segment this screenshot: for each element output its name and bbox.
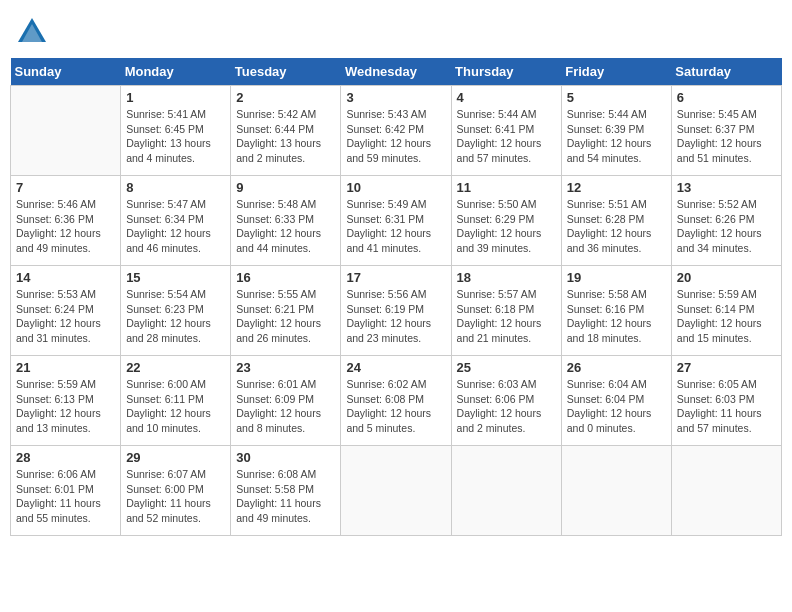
weekday-header-tuesday: Tuesday	[231, 58, 341, 86]
day-number: 3	[346, 90, 445, 105]
weekday-header-thursday: Thursday	[451, 58, 561, 86]
day-number: 27	[677, 360, 776, 375]
day-number: 20	[677, 270, 776, 285]
day-number: 12	[567, 180, 666, 195]
day-info: Sunrise: 5:57 AMSunset: 6:18 PMDaylight:…	[457, 287, 556, 346]
calendar-cell: 2Sunrise: 5:42 AMSunset: 6:44 PMDaylight…	[231, 86, 341, 176]
day-number: 2	[236, 90, 335, 105]
calendar-cell: 13Sunrise: 5:52 AMSunset: 6:26 PMDayligh…	[671, 176, 781, 266]
calendar-cell: 29Sunrise: 6:07 AMSunset: 6:00 PMDayligh…	[121, 446, 231, 536]
calendar-cell: 4Sunrise: 5:44 AMSunset: 6:41 PMDaylight…	[451, 86, 561, 176]
day-number: 24	[346, 360, 445, 375]
day-info: Sunrise: 5:50 AMSunset: 6:29 PMDaylight:…	[457, 197, 556, 256]
day-number: 10	[346, 180, 445, 195]
calendar-cell: 1Sunrise: 5:41 AMSunset: 6:45 PMDaylight…	[121, 86, 231, 176]
page-header	[10, 10, 782, 50]
week-row-3: 14Sunrise: 5:53 AMSunset: 6:24 PMDayligh…	[11, 266, 782, 356]
logo-icon	[14, 14, 50, 50]
calendar-cell: 24Sunrise: 6:02 AMSunset: 6:08 PMDayligh…	[341, 356, 451, 446]
calendar-cell: 18Sunrise: 5:57 AMSunset: 6:18 PMDayligh…	[451, 266, 561, 356]
day-info: Sunrise: 5:59 AMSunset: 6:14 PMDaylight:…	[677, 287, 776, 346]
day-number: 13	[677, 180, 776, 195]
calendar-cell: 9Sunrise: 5:48 AMSunset: 6:33 PMDaylight…	[231, 176, 341, 266]
day-info: Sunrise: 5:54 AMSunset: 6:23 PMDaylight:…	[126, 287, 225, 346]
day-number: 28	[16, 450, 115, 465]
day-info: Sunrise: 6:08 AMSunset: 5:58 PMDaylight:…	[236, 467, 335, 526]
day-info: Sunrise: 5:44 AMSunset: 6:41 PMDaylight:…	[457, 107, 556, 166]
day-info: Sunrise: 5:41 AMSunset: 6:45 PMDaylight:…	[126, 107, 225, 166]
day-number: 17	[346, 270, 445, 285]
calendar-cell: 21Sunrise: 5:59 AMSunset: 6:13 PMDayligh…	[11, 356, 121, 446]
day-number: 6	[677, 90, 776, 105]
day-number: 1	[126, 90, 225, 105]
calendar-cell: 30Sunrise: 6:08 AMSunset: 5:58 PMDayligh…	[231, 446, 341, 536]
calendar-cell: 12Sunrise: 5:51 AMSunset: 6:28 PMDayligh…	[561, 176, 671, 266]
calendar-cell	[341, 446, 451, 536]
calendar-cell	[671, 446, 781, 536]
week-row-1: 1Sunrise: 5:41 AMSunset: 6:45 PMDaylight…	[11, 86, 782, 176]
calendar-cell	[451, 446, 561, 536]
calendar-cell: 8Sunrise: 5:47 AMSunset: 6:34 PMDaylight…	[121, 176, 231, 266]
day-info: Sunrise: 5:52 AMSunset: 6:26 PMDaylight:…	[677, 197, 776, 256]
weekday-header-monday: Monday	[121, 58, 231, 86]
calendar-cell: 15Sunrise: 5:54 AMSunset: 6:23 PMDayligh…	[121, 266, 231, 356]
day-number: 15	[126, 270, 225, 285]
calendar-cell: 5Sunrise: 5:44 AMSunset: 6:39 PMDaylight…	[561, 86, 671, 176]
day-number: 14	[16, 270, 115, 285]
day-number: 18	[457, 270, 556, 285]
day-info: Sunrise: 6:05 AMSunset: 6:03 PMDaylight:…	[677, 377, 776, 436]
calendar-cell: 27Sunrise: 6:05 AMSunset: 6:03 PMDayligh…	[671, 356, 781, 446]
day-number: 26	[567, 360, 666, 375]
calendar-cell: 10Sunrise: 5:49 AMSunset: 6:31 PMDayligh…	[341, 176, 451, 266]
day-info: Sunrise: 5:59 AMSunset: 6:13 PMDaylight:…	[16, 377, 115, 436]
day-number: 5	[567, 90, 666, 105]
day-number: 11	[457, 180, 556, 195]
calendar-cell: 6Sunrise: 5:45 AMSunset: 6:37 PMDaylight…	[671, 86, 781, 176]
weekday-header-sunday: Sunday	[11, 58, 121, 86]
calendar-cell: 23Sunrise: 6:01 AMSunset: 6:09 PMDayligh…	[231, 356, 341, 446]
calendar-cell: 7Sunrise: 5:46 AMSunset: 6:36 PMDaylight…	[11, 176, 121, 266]
week-row-2: 7Sunrise: 5:46 AMSunset: 6:36 PMDaylight…	[11, 176, 782, 266]
day-info: Sunrise: 5:42 AMSunset: 6:44 PMDaylight:…	[236, 107, 335, 166]
weekday-header-friday: Friday	[561, 58, 671, 86]
day-info: Sunrise: 5:53 AMSunset: 6:24 PMDaylight:…	[16, 287, 115, 346]
day-info: Sunrise: 5:48 AMSunset: 6:33 PMDaylight:…	[236, 197, 335, 256]
calendar-cell	[11, 86, 121, 176]
day-info: Sunrise: 6:02 AMSunset: 6:08 PMDaylight:…	[346, 377, 445, 436]
day-info: Sunrise: 6:00 AMSunset: 6:11 PMDaylight:…	[126, 377, 225, 436]
calendar-cell	[561, 446, 671, 536]
day-number: 21	[16, 360, 115, 375]
day-number: 4	[457, 90, 556, 105]
day-info: Sunrise: 5:55 AMSunset: 6:21 PMDaylight:…	[236, 287, 335, 346]
weekday-header-wednesday: Wednesday	[341, 58, 451, 86]
day-info: Sunrise: 6:03 AMSunset: 6:06 PMDaylight:…	[457, 377, 556, 436]
weekday-header-saturday: Saturday	[671, 58, 781, 86]
calendar-cell: 17Sunrise: 5:56 AMSunset: 6:19 PMDayligh…	[341, 266, 451, 356]
calendar-cell: 28Sunrise: 6:06 AMSunset: 6:01 PMDayligh…	[11, 446, 121, 536]
day-info: Sunrise: 5:51 AMSunset: 6:28 PMDaylight:…	[567, 197, 666, 256]
day-info: Sunrise: 5:44 AMSunset: 6:39 PMDaylight:…	[567, 107, 666, 166]
calendar-cell: 3Sunrise: 5:43 AMSunset: 6:42 PMDaylight…	[341, 86, 451, 176]
day-info: Sunrise: 6:07 AMSunset: 6:00 PMDaylight:…	[126, 467, 225, 526]
day-info: Sunrise: 5:49 AMSunset: 6:31 PMDaylight:…	[346, 197, 445, 256]
week-row-5: 28Sunrise: 6:06 AMSunset: 6:01 PMDayligh…	[11, 446, 782, 536]
calendar-cell: 19Sunrise: 5:58 AMSunset: 6:16 PMDayligh…	[561, 266, 671, 356]
day-number: 23	[236, 360, 335, 375]
day-number: 29	[126, 450, 225, 465]
day-info: Sunrise: 5:46 AMSunset: 6:36 PMDaylight:…	[16, 197, 115, 256]
weekday-header-row: SundayMondayTuesdayWednesdayThursdayFrid…	[11, 58, 782, 86]
day-info: Sunrise: 6:01 AMSunset: 6:09 PMDaylight:…	[236, 377, 335, 436]
day-number: 30	[236, 450, 335, 465]
calendar-table: SundayMondayTuesdayWednesdayThursdayFrid…	[10, 58, 782, 536]
logo	[14, 14, 54, 50]
calendar-cell: 16Sunrise: 5:55 AMSunset: 6:21 PMDayligh…	[231, 266, 341, 356]
day-info: Sunrise: 5:47 AMSunset: 6:34 PMDaylight:…	[126, 197, 225, 256]
day-number: 8	[126, 180, 225, 195]
week-row-4: 21Sunrise: 5:59 AMSunset: 6:13 PMDayligh…	[11, 356, 782, 446]
day-info: Sunrise: 5:58 AMSunset: 6:16 PMDaylight:…	[567, 287, 666, 346]
day-number: 22	[126, 360, 225, 375]
day-number: 16	[236, 270, 335, 285]
calendar-cell: 25Sunrise: 6:03 AMSunset: 6:06 PMDayligh…	[451, 356, 561, 446]
day-info: Sunrise: 5:56 AMSunset: 6:19 PMDaylight:…	[346, 287, 445, 346]
day-info: Sunrise: 6:06 AMSunset: 6:01 PMDaylight:…	[16, 467, 115, 526]
